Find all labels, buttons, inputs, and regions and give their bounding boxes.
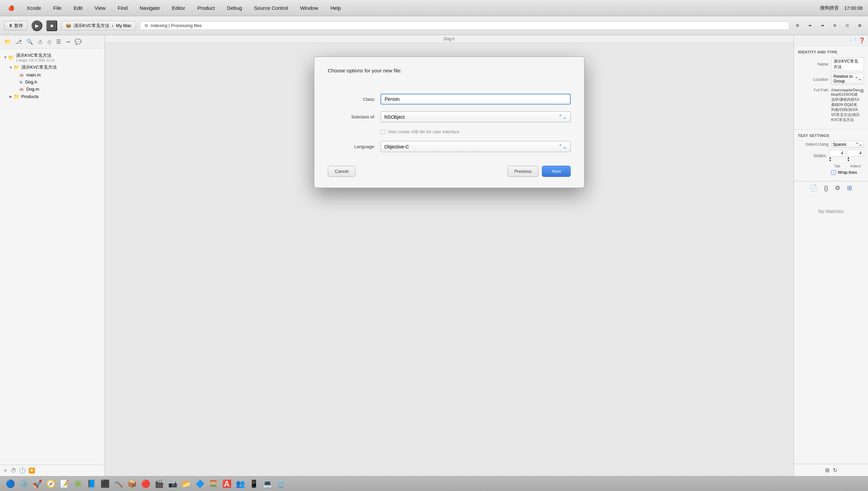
dock-media[interactable]: 🎬 [153,478,165,490]
bottom-refresh-btn[interactable]: ↻ [833,467,837,473]
menu-xcode[interactable]: Xcode [24,4,44,12]
version-btn[interactable]: ⊠ [855,22,864,29]
dock-appstore[interactable]: 🅰️ [221,478,233,490]
navigator-flow-btn[interactable]: ⊸ [64,37,71,46]
tree-item-products[interactable]: ▶ 📁 Products [0,93,105,100]
language-label: Language: [328,144,375,149]
indent-down-btn[interactable]: ▼ [847,159,864,162]
dock-xmind[interactable]: ✳️ [72,478,84,490]
xib-checkbox[interactable] [381,130,385,134]
navigator-list-btn[interactable]: ☰ [55,37,62,46]
dock-settings[interactable]: ⚙️ [18,478,30,490]
language-field: Objective-C ⌃⌄ [381,141,571,152]
dock-trash[interactable]: 🗑️ [275,478,287,490]
menu-view[interactable]: View [92,4,108,12]
cancel-button[interactable]: Cancel [328,166,356,177]
menu-source-control[interactable]: Source Control [251,4,291,12]
inspector-doc-icon[interactable]: 📄 [810,184,817,192]
language-select[interactable]: Objective-C ⌃⌄ [381,141,571,152]
dock-notes[interactable]: 📝 [58,478,70,490]
tab-input-group: ▲ ▼ [829,150,846,162]
assistant-btn[interactable]: ⊡ [843,22,851,29]
run-button[interactable]: ▶ [31,20,42,31]
class-input[interactable] [381,94,571,104]
navigator-breakpoint-btn[interactable]: 💬 [73,37,83,46]
filter-btn[interactable]: 🔽 [28,467,35,474]
menu-edit[interactable]: Edit [71,4,85,12]
fullpath-label: Full Path [798,88,828,92]
forward-btn[interactable]: ➡ [818,22,827,29]
scheme-selector[interactable]: 📦 演示KVC常见方法 › My Mac [61,21,136,30]
wrap-lines-checkbox[interactable]: ✓ [831,170,836,175]
next-button[interactable]: Next [542,166,571,177]
menu-find[interactable]: Find [115,4,130,12]
apple-menu[interactable]: 🍎 [5,4,17,13]
menu-file[interactable]: File [51,4,64,12]
menu-window[interactable]: Window [297,4,321,12]
navigator-search-btn[interactable]: 🔍 [25,37,35,46]
history-btn[interactable]: ⏱ [11,467,16,474]
input-method: 搜狗拼音 [820,5,839,11]
dock-simctl[interactable]: 💻 [261,478,273,490]
menu-navigate[interactable]: Navigate [137,4,162,12]
dock-blue-app[interactable]: 🔷 [193,478,206,490]
subclass-select[interactable]: NSObject ⌃⌄ [381,111,571,122]
inspector-help-btn[interactable]: ❓ [859,37,865,44]
menu-product[interactable]: Product [195,4,218,12]
dock-rocketship[interactable]: 🚀 [31,478,43,490]
pause-button[interactable]: ⏸ 暂停 [4,21,27,30]
inspector-braces-icon[interactable]: {} [824,185,828,192]
dock-calculator[interactable]: 🧮 [207,478,219,490]
split-btn[interactable]: ⧉ [831,22,839,29]
tab-down-btn[interactable]: ▼ [829,159,846,162]
indent-using-select[interactable]: Spaces ⌃⌄ [831,141,864,148]
text-settings-section: Text Settings Indent Using Spaces ⌃⌄ Wid… [794,130,868,181]
navigator-bookmark-btn[interactable]: ◇ [46,37,53,46]
dock-app1[interactable]: 📦 [126,478,138,490]
dock-filezilla[interactable]: 📂 [180,478,192,490]
fullpath-expand-btn[interactable]: ⊞ [860,88,864,93]
inspector-grid-icon[interactable]: ⊞ [847,184,852,192]
dock-office[interactable]: 🔴 [139,478,152,490]
dock-contacts[interactable]: 👥 [234,478,246,490]
tab-stepper[interactable]: ▲ ▼ [829,157,846,162]
tree-item-dogm[interactable]: m Dog.m [0,86,105,93]
tree-item-dogh[interactable]: h Dog.h [0,78,105,86]
dock-finder[interactable]: 🔵 [4,478,16,490]
location-select[interactable]: Relative to Group ⌃⌄ [831,73,864,86]
location-row: Location Relative to Group ⌃⌄ [798,73,864,86]
editor-layout-btn[interactable]: ⊞ [793,22,802,29]
stop-button[interactable]: ■ [46,20,57,31]
bottom-grid-btn[interactable]: ⊞ [825,467,829,473]
tab-input[interactable] [829,150,846,157]
name-value[interactable]: 演示KVC常见方法 [831,57,864,71]
dock-onenote[interactable]: 📘 [85,478,97,490]
dock-dev-tools[interactable]: 🔨 [112,478,124,490]
dock-safari[interactable]: 🧭 [45,478,57,490]
add-file-btn[interactable]: ＋ [3,467,8,474]
dock-photo[interactable]: 📷 [166,478,179,490]
tree-item-mainm[interactable]: m main.m [0,71,105,78]
text-settings-title: Text Settings [798,134,864,138]
previous-button[interactable]: Previous [507,166,539,177]
dialog-footer: Cancel Previous Next [328,166,571,177]
dock-terminal[interactable]: ⬛ [99,478,111,490]
indent-stepper[interactable]: ▲ ▼ [847,157,864,162]
tree-item-project[interactable]: ▼ 📁 演示KVC常见方法 1 target, OS X SDK 10.10 [0,51,105,63]
menu-editor[interactable]: Editor [169,4,188,12]
back-btn[interactable]: ⬅ [806,22,814,29]
dock-ios[interactable]: 📱 [248,478,260,490]
inspector-gear-icon[interactable]: ⚙ [835,184,840,192]
navigator-folder-btn[interactable]: 📁 [3,37,12,46]
tree-item-group[interactable]: ▼ 📁 演示KVC常见方法 [0,63,105,71]
navigator-warning-btn[interactable]: ⚠ [37,37,44,46]
location-dropdown[interactable]: Relative to Group ⌃⌄ [831,73,864,85]
indent-input[interactable] [847,150,864,157]
navigator-source-btn[interactable]: ⎇ [14,37,23,46]
widths-row: Widths ▲ ▼ ▲ ▼ [798,150,864,162]
menu-help[interactable]: Help [328,4,344,12]
inspector-file-btn[interactable]: 📄 [850,37,856,44]
folder-icon-products: 📁 [14,94,19,99]
menu-debug[interactable]: Debug [224,4,245,12]
recents-btn[interactable]: 🕐 [19,467,26,474]
